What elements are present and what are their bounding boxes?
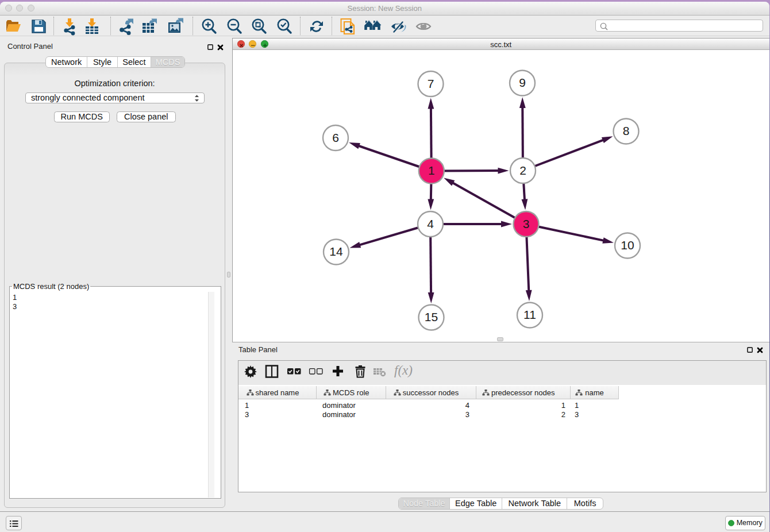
svg-text:4: 4: [427, 217, 434, 230]
svg-text:1: 1: [428, 164, 435, 177]
svg-text:2: 2: [519, 164, 526, 177]
svg-text:6: 6: [332, 131, 339, 144]
svg-text:7: 7: [428, 77, 434, 90]
svg-text:9: 9: [519, 76, 526, 89]
svg-text:3: 3: [523, 217, 530, 230]
svg-text:14: 14: [329, 245, 343, 258]
svg-text:11: 11: [523, 308, 536, 321]
svg-text:8: 8: [623, 124, 630, 137]
svg-text:15: 15: [425, 310, 438, 323]
svg-text:10: 10: [621, 238, 634, 252]
